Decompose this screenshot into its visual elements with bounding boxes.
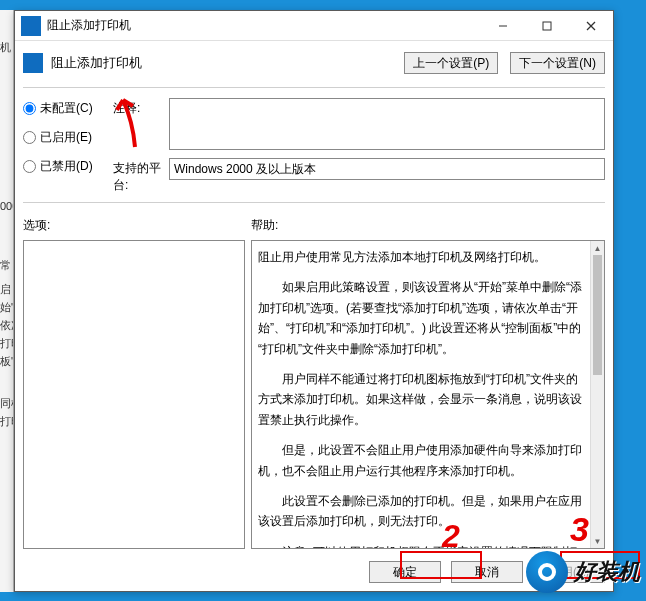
scroll-thumb[interactable] xyxy=(593,255,602,375)
divider xyxy=(23,87,605,88)
cancel-button[interactable]: 取消 xyxy=(451,561,523,583)
help-label: 帮助: xyxy=(251,217,278,234)
radio-not-configured[interactable]: 未配置(C) xyxy=(23,100,113,117)
state-radio-group: 未配置(C) 已启用(E) 已禁用(D) xyxy=(23,98,113,194)
radio-disabled[interactable]: 已禁用(D) xyxy=(23,158,113,175)
radio-not-configured-input[interactable] xyxy=(23,102,36,115)
options-panel xyxy=(23,240,245,549)
cropped-left-panel: 机 000 常 启 始" 依次 打印 板"中 同样 打印 xyxy=(0,10,14,592)
prev-setting-button[interactable]: 上一个设置(P) xyxy=(404,52,498,74)
close-button[interactable] xyxy=(569,11,613,41)
scroll-down-icon[interactable]: ▼ xyxy=(591,534,604,548)
platform-field: Windows 2000 及以上版本 xyxy=(169,158,605,180)
radio-disabled-input[interactable] xyxy=(23,160,36,173)
minimize-button[interactable] xyxy=(481,11,525,41)
help-scrollbar[interactable]: ▲ ▼ xyxy=(590,241,604,548)
radio-not-configured-label: 未配置(C) xyxy=(40,100,93,117)
dialog-window: 阻止添加打印机 阻止添加打印机 上一个设置(P) 下一个设置(N) 未配置(C) xyxy=(14,10,614,592)
titlebar: 阻止添加打印机 xyxy=(15,11,613,41)
header-row: 阻止添加打印机 上一个设置(P) 下一个设置(N) xyxy=(23,47,605,79)
dialog-buttons: 确定 取消 应用(A) xyxy=(23,555,605,583)
policy-icon xyxy=(23,53,43,73)
radio-disabled-label: 已禁用(D) xyxy=(40,158,93,175)
scroll-up-icon[interactable]: ▲ xyxy=(591,241,604,255)
maximize-button[interactable] xyxy=(525,11,569,41)
radio-enabled-input[interactable] xyxy=(23,131,36,144)
platform-value: Windows 2000 及以上版本 xyxy=(174,161,316,178)
apply-button[interactable]: 应用(A) xyxy=(533,561,605,583)
radio-enabled[interactable]: 已启用(E) xyxy=(23,129,113,146)
help-text: 阻止用户使用常见方法添加本地打印机及网络打印机。 如果启用此策略设置，则该设置将… xyxy=(252,241,590,548)
notes-textarea[interactable] xyxy=(169,98,605,150)
options-label: 选项: xyxy=(23,217,251,234)
policy-title: 阻止添加打印机 xyxy=(51,54,392,72)
app-icon xyxy=(21,16,41,36)
window-title: 阻止添加打印机 xyxy=(47,17,481,34)
ok-button[interactable]: 确定 xyxy=(369,561,441,583)
help-panel: 阻止用户使用常见方法添加本地打印机及网络打印机。 如果启用此策略设置，则该设置将… xyxy=(251,240,605,549)
panel-headers: 选项: 帮助: xyxy=(23,217,605,234)
svg-rect-1 xyxy=(543,22,551,30)
notes-label: 注释: xyxy=(113,98,169,117)
radio-enabled-label: 已启用(E) xyxy=(40,129,92,146)
next-setting-button[interactable]: 下一个设置(N) xyxy=(510,52,605,74)
platform-label: 支持的平台: xyxy=(113,158,169,194)
divider-2 xyxy=(23,202,605,203)
